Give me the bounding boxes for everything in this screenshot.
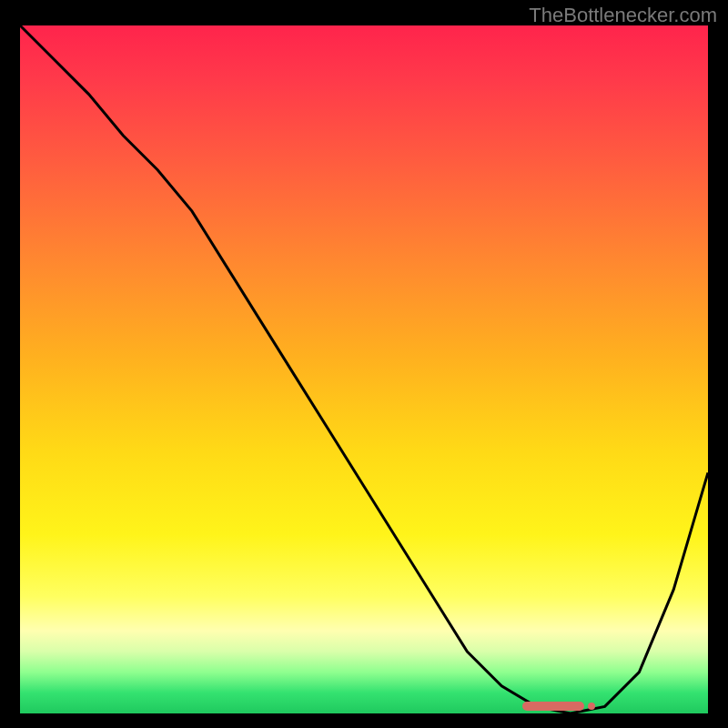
bottleneck-curve [20,25,708,713]
watermark-text: TheBottlenecker.com [529,4,717,27]
optimum-marker [522,702,584,711]
